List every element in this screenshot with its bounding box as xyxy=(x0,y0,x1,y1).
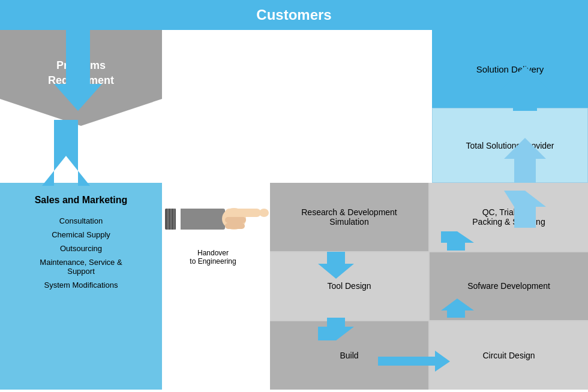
rd-cell: Research & DevelopmentSimulation xyxy=(270,183,428,251)
svg-rect-13 xyxy=(176,207,181,231)
circuit-cell: Circuit Design xyxy=(430,321,588,390)
svg-rect-11 xyxy=(225,217,246,223)
svg-text:Requirement: Requirement xyxy=(48,74,114,86)
problems-shape: Problems Requirement xyxy=(0,30,162,126)
right-panel: Solution Delivery Total Solutions Provid… xyxy=(432,30,588,183)
build-text: Build xyxy=(340,351,358,360)
sales-item-system: System Modifications xyxy=(44,281,118,290)
tool-cell: Tool Design xyxy=(270,252,428,321)
build-cell: Build xyxy=(270,321,428,390)
engineering-grid: Research & DevelopmentSimulation QC, Tri… xyxy=(270,183,588,390)
software-cell: Sofware Development xyxy=(430,252,588,321)
svg-point-10 xyxy=(259,209,269,217)
svg-rect-12 xyxy=(225,223,245,229)
handover-label: Handoverto Engineering xyxy=(171,249,255,266)
customers-header: Customers xyxy=(0,0,588,30)
rd-text: Research & DevelopmentSimulation xyxy=(301,207,397,227)
tool-text: Tool Design xyxy=(327,281,371,291)
circuit-text: Circuit Design xyxy=(482,351,535,360)
svg-rect-9 xyxy=(225,209,261,217)
handover-text: Handoverto Engineering xyxy=(190,249,236,266)
sales-item-maintenance: Maintenance, Service &Support xyxy=(40,258,122,276)
up-arrow-left xyxy=(42,120,90,186)
software-text: Sofware Development xyxy=(467,281,550,291)
total-solutions-text: Total Solutions Provider xyxy=(466,141,554,150)
customers-title: Customers xyxy=(256,7,331,23)
qc-cell: QC, Trial Run,Packing & Shipping xyxy=(430,183,588,251)
sales-title: Sales and Marketing xyxy=(35,195,128,206)
sales-item-chemical: Chemical Supply xyxy=(52,230,110,239)
qc-text: QC, Trial Run,Packing & Shipping xyxy=(472,207,545,227)
sales-marketing-box: Sales and Marketing Consultation Chemica… xyxy=(0,183,162,390)
solution-delivery: Solution Delivery xyxy=(432,30,588,108)
sales-item-outsourcing: Outsourcing xyxy=(60,244,102,253)
sales-item-consultation: Consultation xyxy=(59,216,103,225)
solution-delivery-text: Solution Delivery xyxy=(476,64,544,74)
hand-pointer-icon xyxy=(165,191,273,245)
total-solutions: Total Solutions Provider xyxy=(432,108,588,183)
svg-text:Problems: Problems xyxy=(56,59,106,71)
